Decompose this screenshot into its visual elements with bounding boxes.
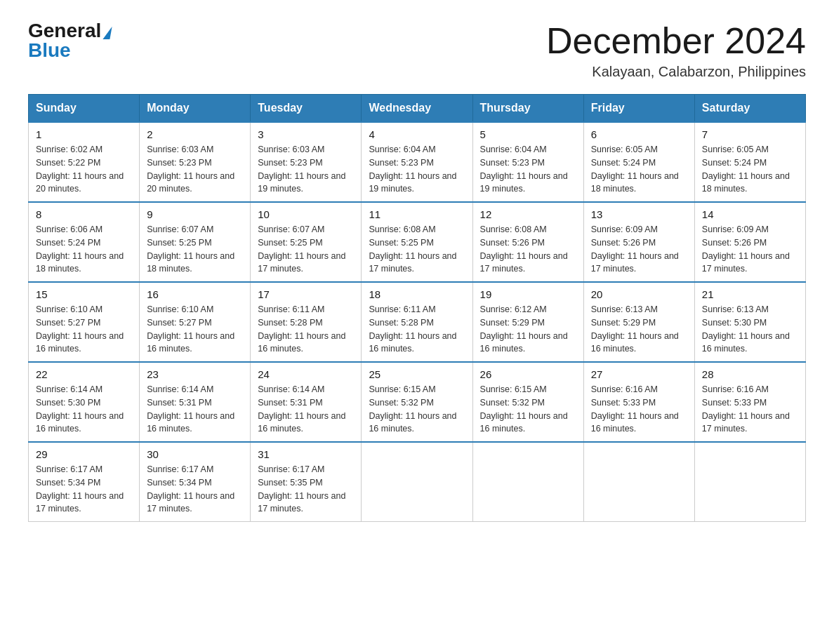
calendar-week-row: 29 Sunrise: 6:17 AM Sunset: 5:34 PM Dayl…	[29, 442, 806, 522]
col-saturday: Saturday	[694, 95, 805, 123]
col-wednesday: Wednesday	[362, 95, 472, 123]
day-number: 11	[369, 208, 465, 220]
day-info: Sunrise: 6:13 AM Sunset: 5:29 PM Dayligh…	[591, 303, 687, 356]
day-info: Sunrise: 6:04 AM Sunset: 5:23 PM Dayligh…	[369, 143, 465, 196]
day-number: 8	[36, 208, 132, 220]
table-row: 17 Sunrise: 6:11 AM Sunset: 5:28 PM Dayl…	[251, 282, 362, 362]
table-row	[694, 442, 805, 522]
day-number: 19	[480, 288, 576, 300]
day-info: Sunrise: 6:08 AM Sunset: 5:26 PM Dayligh…	[480, 223, 576, 276]
day-info: Sunrise: 6:10 AM Sunset: 5:27 PM Dayligh…	[147, 303, 243, 356]
day-number: 26	[480, 368, 576, 380]
table-row: 9 Sunrise: 6:07 AM Sunset: 5:25 PM Dayli…	[140, 202, 251, 282]
table-row: 30 Sunrise: 6:17 AM Sunset: 5:34 PM Dayl…	[140, 442, 251, 522]
page-header: General Blue December 2024 Kalayaan, Cal…	[28, 21, 806, 80]
day-number: 16	[147, 288, 243, 300]
table-row: 29 Sunrise: 6:17 AM Sunset: 5:34 PM Dayl…	[29, 442, 140, 522]
table-row: 3 Sunrise: 6:03 AM Sunset: 5:23 PM Dayli…	[251, 122, 362, 202]
logo-general-text: General	[28, 21, 101, 41]
table-row: 13 Sunrise: 6:09 AM Sunset: 5:26 PM Dayl…	[583, 202, 694, 282]
day-info: Sunrise: 6:15 AM Sunset: 5:32 PM Dayligh…	[369, 383, 465, 436]
day-number: 15	[36, 288, 132, 300]
calendar-week-row: 8 Sunrise: 6:06 AM Sunset: 5:24 PM Dayli…	[29, 202, 806, 282]
col-tuesday: Tuesday	[251, 95, 362, 123]
day-info: Sunrise: 6:04 AM Sunset: 5:23 PM Dayligh…	[480, 143, 576, 196]
day-info: Sunrise: 6:16 AM Sunset: 5:33 PM Dayligh…	[702, 383, 798, 436]
logo: General Blue	[28, 21, 111, 60]
table-row: 15 Sunrise: 6:10 AM Sunset: 5:27 PM Dayl…	[29, 282, 140, 362]
table-row: 18 Sunrise: 6:11 AM Sunset: 5:28 PM Dayl…	[362, 282, 472, 362]
day-info: Sunrise: 6:14 AM Sunset: 5:31 PM Dayligh…	[258, 383, 354, 436]
day-info: Sunrise: 6:08 AM Sunset: 5:25 PM Dayligh…	[369, 223, 465, 276]
day-number: 12	[480, 208, 576, 220]
table-row: 16 Sunrise: 6:10 AM Sunset: 5:27 PM Dayl…	[140, 282, 251, 362]
day-info: Sunrise: 6:17 AM Sunset: 5:34 PM Dayligh…	[36, 463, 132, 516]
day-number: 22	[36, 368, 132, 380]
day-info: Sunrise: 6:02 AM Sunset: 5:22 PM Dayligh…	[36, 143, 132, 196]
table-row: 10 Sunrise: 6:07 AM Sunset: 5:25 PM Dayl…	[251, 202, 362, 282]
calendar-week-row: 1 Sunrise: 6:02 AM Sunset: 5:22 PM Dayli…	[29, 122, 806, 202]
day-number: 21	[702, 288, 798, 300]
table-row	[472, 442, 583, 522]
table-row: 4 Sunrise: 6:04 AM Sunset: 5:23 PM Dayli…	[362, 122, 472, 202]
table-row: 6 Sunrise: 6:05 AM Sunset: 5:24 PM Dayli…	[583, 122, 694, 202]
table-row: 28 Sunrise: 6:16 AM Sunset: 5:33 PM Dayl…	[694, 362, 805, 442]
day-number: 3	[258, 128, 354, 140]
day-info: Sunrise: 6:03 AM Sunset: 5:23 PM Dayligh…	[258, 143, 354, 196]
day-info: Sunrise: 6:13 AM Sunset: 5:30 PM Dayligh…	[702, 303, 798, 356]
day-number: 28	[702, 368, 798, 380]
day-info: Sunrise: 6:05 AM Sunset: 5:24 PM Dayligh…	[591, 143, 687, 196]
day-info: Sunrise: 6:07 AM Sunset: 5:25 PM Dayligh…	[147, 223, 243, 276]
table-row: 1 Sunrise: 6:02 AM Sunset: 5:22 PM Dayli…	[29, 122, 140, 202]
month-year-title: December 2024	[546, 21, 806, 61]
day-info: Sunrise: 6:03 AM Sunset: 5:23 PM Dayligh…	[147, 143, 243, 196]
day-info: Sunrise: 6:11 AM Sunset: 5:28 PM Dayligh…	[258, 303, 354, 356]
day-info: Sunrise: 6:14 AM Sunset: 5:31 PM Dayligh…	[147, 383, 243, 436]
table-row: 25 Sunrise: 6:15 AM Sunset: 5:32 PM Dayl…	[362, 362, 472, 442]
day-number: 27	[591, 368, 687, 380]
table-row: 20 Sunrise: 6:13 AM Sunset: 5:29 PM Dayl…	[583, 282, 694, 362]
table-row	[362, 442, 472, 522]
day-number: 10	[258, 208, 354, 220]
col-monday: Monday	[140, 95, 251, 123]
day-number: 18	[369, 288, 465, 300]
table-row: 8 Sunrise: 6:06 AM Sunset: 5:24 PM Dayli…	[29, 202, 140, 282]
day-info: Sunrise: 6:16 AM Sunset: 5:33 PM Dayligh…	[591, 383, 687, 436]
day-info: Sunrise: 6:17 AM Sunset: 5:35 PM Dayligh…	[258, 463, 354, 516]
table-row: 21 Sunrise: 6:13 AM Sunset: 5:30 PM Dayl…	[694, 282, 805, 362]
day-number: 13	[591, 208, 687, 220]
day-number: 29	[36, 448, 132, 460]
table-row: 23 Sunrise: 6:14 AM Sunset: 5:31 PM Dayl…	[140, 362, 251, 442]
day-number: 14	[702, 208, 798, 220]
day-number: 31	[258, 448, 354, 460]
day-number: 5	[480, 128, 576, 140]
day-info: Sunrise: 6:07 AM Sunset: 5:25 PM Dayligh…	[258, 223, 354, 276]
table-row: 31 Sunrise: 6:17 AM Sunset: 5:35 PM Dayl…	[251, 442, 362, 522]
day-info: Sunrise: 6:06 AM Sunset: 5:24 PM Dayligh…	[36, 223, 132, 276]
table-row	[583, 442, 694, 522]
table-row: 2 Sunrise: 6:03 AM Sunset: 5:23 PM Dayli…	[140, 122, 251, 202]
day-info: Sunrise: 6:10 AM Sunset: 5:27 PM Dayligh…	[36, 303, 132, 356]
day-info: Sunrise: 6:17 AM Sunset: 5:34 PM Dayligh…	[147, 463, 243, 516]
table-row: 24 Sunrise: 6:14 AM Sunset: 5:31 PM Dayl…	[251, 362, 362, 442]
day-number: 30	[147, 448, 243, 460]
title-block: December 2024 Kalayaan, Calabarzon, Phil…	[546, 21, 806, 80]
col-friday: Friday	[583, 95, 694, 123]
col-thursday: Thursday	[472, 95, 583, 123]
col-sunday: Sunday	[29, 95, 140, 123]
day-number: 25	[369, 368, 465, 380]
day-number: 24	[258, 368, 354, 380]
day-number: 9	[147, 208, 243, 220]
logo-triangle-icon	[103, 27, 112, 39]
day-info: Sunrise: 6:05 AM Sunset: 5:24 PM Dayligh…	[702, 143, 798, 196]
day-number: 2	[147, 128, 243, 140]
table-row: 22 Sunrise: 6:14 AM Sunset: 5:30 PM Dayl…	[29, 362, 140, 442]
calendar-table: Sunday Monday Tuesday Wednesday Thursday…	[28, 94, 806, 522]
day-number: 4	[369, 128, 465, 140]
location-subtitle: Kalayaan, Calabarzon, Philippines	[546, 64, 806, 80]
logo-blue-text: Blue	[28, 41, 71, 60]
table-row: 27 Sunrise: 6:16 AM Sunset: 5:33 PM Dayl…	[583, 362, 694, 442]
table-row: 5 Sunrise: 6:04 AM Sunset: 5:23 PM Dayli…	[472, 122, 583, 202]
day-number: 17	[258, 288, 354, 300]
table-row: 26 Sunrise: 6:15 AM Sunset: 5:32 PM Dayl…	[472, 362, 583, 442]
